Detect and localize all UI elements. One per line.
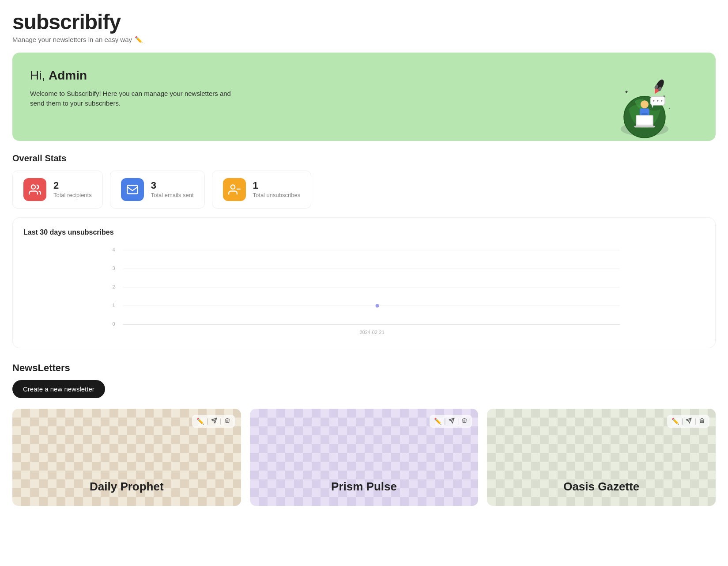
hero-description: Welcome to Subscribify! Here you can man… bbox=[30, 89, 242, 109]
sep2: | bbox=[694, 418, 696, 425]
newsletter-title-prism-pulse: Prism Pulse bbox=[250, 471, 479, 506]
send-icon[interactable] bbox=[211, 418, 217, 425]
newsletter-title-oasis-gazette: Oasis Gazette bbox=[487, 471, 716, 506]
emails-icon bbox=[121, 178, 144, 201]
hero-banner: Hi, Admin Welcome to Subscribify! Here y… bbox=[12, 53, 716, 141]
svg-point-35 bbox=[375, 304, 380, 308]
stats-row: 2 Total recipients 3 Total emails sent 1… bbox=[12, 171, 716, 209]
svg-text:4: 4 bbox=[113, 247, 115, 252]
edit-icon[interactable]: ✏️ bbox=[671, 418, 679, 425]
unsubscribes-icon bbox=[223, 178, 246, 201]
app-subtitle: Manage your newsletters in an easy way ✏… bbox=[12, 36, 716, 44]
emails-label: Total emails sent bbox=[151, 192, 194, 198]
newsletter-card-oasis-gazette: ✏️ | | Oasis Gazette bbox=[487, 409, 716, 506]
recipients-label: Total recipients bbox=[53, 192, 92, 198]
svg-text:2: 2 bbox=[113, 284, 115, 289]
app-title: subscribify bbox=[12, 11, 716, 34]
svg-rect-15 bbox=[634, 126, 655, 128]
card-actions-oasis-gazette: ✏️ | | bbox=[667, 415, 709, 428]
svg-text:✦: ✦ bbox=[623, 115, 625, 118]
stat-card-recipients: 2 Total recipients bbox=[12, 171, 103, 209]
newsletters-section-title: NewsLetters bbox=[12, 362, 716, 374]
svg-text:2024-02-21: 2024-02-21 bbox=[360, 330, 385, 335]
sep1: | bbox=[444, 418, 446, 425]
newsletter-card-daily-prophet: ✏️ | | Daily Prophet bbox=[12, 409, 241, 506]
delete-icon[interactable] bbox=[461, 418, 468, 425]
sep2: | bbox=[220, 418, 222, 425]
unsubscribes-label: Total unsubscribes bbox=[253, 192, 301, 198]
svg-rect-22 bbox=[127, 185, 137, 194]
svg-rect-14 bbox=[637, 116, 653, 125]
unsubscribes-count: 1 bbox=[253, 180, 301, 191]
edit-icon[interactable]: ✏️ bbox=[434, 418, 441, 425]
stats-section-title: Overall Stats bbox=[12, 153, 716, 163]
card-actions-daily-prophet: ✏️ | | bbox=[192, 415, 234, 428]
stat-card-emails: 3 Total emails sent bbox=[110, 171, 205, 209]
delete-icon[interactable] bbox=[224, 418, 230, 425]
svg-text:3: 3 bbox=[113, 266, 115, 271]
recipients-icon bbox=[23, 178, 46, 201]
card-actions-prism-pulse: ✏️ | | bbox=[430, 415, 472, 428]
send-icon[interactable] bbox=[449, 418, 455, 425]
chart-card: Last 30 days unsubscribes 4 3 2 1 0 2024… bbox=[12, 217, 716, 348]
create-newsletter-button[interactable]: Create a new newsletter bbox=[12, 380, 105, 398]
newsletter-title-daily-prophet: Daily Prophet bbox=[12, 471, 241, 506]
send-icon[interactable] bbox=[686, 418, 692, 425]
stat-card-unsubscribes: 1 Total unsubscribes bbox=[212, 171, 312, 209]
sep1: | bbox=[682, 418, 683, 425]
sep2: | bbox=[457, 418, 459, 425]
chart-area: 4 3 2 1 0 2024-02-21 bbox=[23, 243, 705, 341]
svg-text:0: 0 bbox=[113, 321, 115, 327]
delete-icon[interactable] bbox=[699, 418, 705, 425]
svg-text:1: 1 bbox=[113, 303, 115, 308]
newsletter-grid: ✏️ | | Daily Prophet ✏️ | | Prism Pulse bbox=[12, 409, 716, 506]
hero-greeting: Hi, Admin bbox=[30, 68, 698, 83]
sep1: | bbox=[207, 418, 208, 425]
newsletter-card-prism-pulse: ✏️ | | Prism Pulse bbox=[250, 409, 479, 506]
svg-point-21 bbox=[31, 185, 35, 189]
edit-icon[interactable]: ✏️ bbox=[196, 418, 204, 425]
emails-count: 3 bbox=[151, 180, 194, 191]
svg-point-23 bbox=[230, 185, 234, 189]
recipients-count: 2 bbox=[53, 180, 92, 191]
chart-title: Last 30 days unsubscribes bbox=[23, 228, 705, 236]
